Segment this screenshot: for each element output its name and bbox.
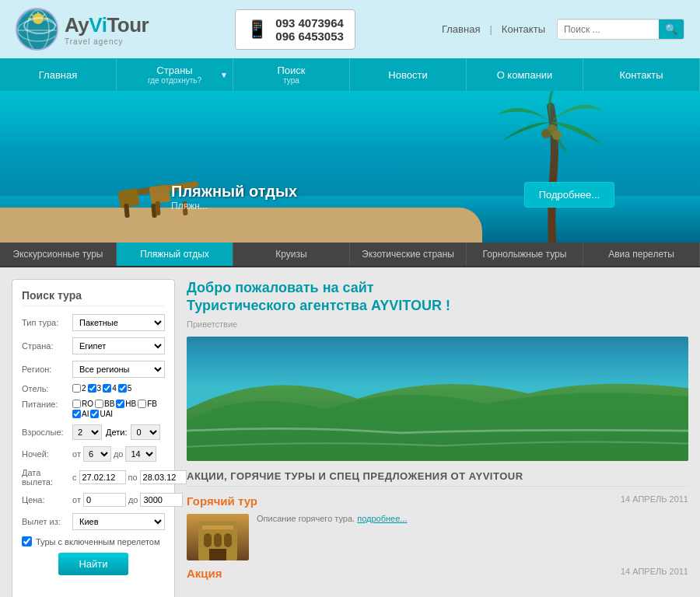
price-control: от до (72, 493, 183, 507)
sub-nav-item-exotic[interactable]: Экзотические страны (350, 243, 467, 266)
region-row: Регион: Все регионы (22, 361, 165, 378)
search-button[interactable]: 🔍 (659, 19, 684, 39)
tour-type-select[interactable]: Пакетные (72, 314, 165, 331)
phone-2: 096 6453053 (275, 30, 344, 43)
adults-label: Взрослые: (22, 428, 72, 437)
star-2-label: 2 (72, 384, 86, 393)
nav-label-home: Главная (39, 69, 77, 81)
nav-item-home[interactable]: Главная (0, 58, 117, 91)
region-select[interactable]: Все регионы (72, 361, 165, 378)
nav-label-search: Поиск (277, 65, 305, 76)
star-3-checkbox[interactable] (88, 384, 96, 393)
sub-nav-item-excursion[interactable]: Экскурсионные туры (0, 243, 117, 266)
search-panel: Поиск тура Тип тура: Пакетные Страна: Ег… (12, 279, 175, 597)
departure-to-input[interactable] (140, 470, 187, 484)
nights-from-select[interactable]: 6 (83, 446, 111, 462)
nav-item-news[interactable]: Новости (350, 58, 467, 91)
nav-item-about[interactable]: О компании (467, 58, 583, 91)
nav-label-countries: Страны (156, 65, 192, 76)
palm-tree (482, 91, 622, 243)
nights-row: Ночей: от 6 до 14 (22, 446, 165, 462)
depart-city-select[interactable]: Киев (72, 513, 165, 530)
akcia-title: Акция (187, 567, 688, 580)
home-link[interactable]: Главная (442, 23, 480, 35)
svg-point-19 (541, 129, 551, 138)
price-to-input[interactable] (140, 493, 183, 507)
price-from-input[interactable] (83, 493, 126, 507)
price-label: Цена: (22, 495, 72, 504)
search-panel-title: Поиск тура (22, 289, 165, 306)
star-4-checkbox[interactable] (103, 384, 111, 393)
svg-rect-16 (156, 201, 161, 215)
nutrition-fb-checkbox[interactable] (138, 400, 146, 408)
nutrition-ro-label: RO (72, 400, 93, 408)
nutrition-ai-label: AI (72, 410, 89, 418)
price-from-prefix: от (72, 495, 81, 504)
nutrition-uai-checkbox[interactable] (90, 410, 99, 418)
hot-tour-thumbnail (187, 514, 249, 560)
nutrition-bb-label: BB (95, 400, 114, 408)
nav-item-search[interactable]: Поиск тура (233, 58, 350, 91)
logo-text: AyViTour Travel agency (65, 13, 149, 46)
header-links: Главная | Контакты (442, 23, 545, 35)
flight-included-checkbox[interactable] (22, 536, 32, 546)
hero-more-button[interactable]: Подробнее... (524, 182, 614, 208)
nutrition-container: RO BB HB FB AI UAI (72, 400, 165, 418)
children-select[interactable]: 0 (131, 424, 160, 440)
hot-tour-more-link[interactable]: подробнее... (357, 514, 407, 523)
hero-text-box: Пляжный отдых Пляжн... (171, 183, 297, 211)
nights-control: от 6 до 14 (72, 446, 156, 462)
departure-to-prefix: по (128, 473, 138, 482)
departure-from-input[interactable] (79, 470, 126, 484)
header: AyViTour Travel agency 📱 093 4073964 096… (0, 0, 700, 58)
adults-select[interactable]: 2 (72, 424, 102, 440)
svg-rect-11 (117, 188, 139, 208)
nutrition-hb-checkbox[interactable] (116, 400, 124, 408)
contacts-link[interactable]: Контакты (502, 23, 545, 35)
tour-type-label: Тип тура: (22, 318, 72, 327)
svg-rect-15 (149, 184, 171, 204)
link-separator: | (489, 23, 492, 35)
phone-1: 093 4073964 (275, 16, 344, 30)
nights-to-select[interactable]: 14 (125, 446, 156, 462)
hotel-label: Отель: (22, 384, 72, 393)
nutrition-ro-checkbox[interactable] (72, 400, 81, 408)
star-5-label: 5 (118, 384, 132, 393)
nav-item-countries[interactable]: Страны где отдохнуть? ▼ (117, 58, 233, 91)
hot-tour-row: Описание горячего тура. подробнее... (187, 514, 688, 560)
main-content: Поиск тура Тип тура: Пакетные Страна: Ег… (0, 267, 700, 597)
svg-point-20 (552, 131, 562, 140)
svg-rect-28 (224, 533, 232, 547)
nutrition-ai-checkbox[interactable] (72, 410, 81, 418)
logo-area: AyViTour Travel agency (16, 8, 149, 51)
children-label: Дети: (106, 428, 127, 437)
welcome-title: Добро пожаловать на сайтТуристического а… (187, 279, 688, 316)
hero-banner: Пляжный отдых Пляжн... Подробнее... (0, 91, 700, 243)
country-select[interactable]: Египет (72, 337, 165, 354)
find-button[interactable]: Найти (58, 553, 128, 575)
nav-sub-countries: где отдохнуть? (148, 76, 201, 85)
star-5-checkbox[interactable] (118, 384, 127, 393)
phone-numbers: 093 4073964 096 6453053 (275, 16, 344, 43)
nutrition-fb-label: FB (138, 400, 157, 408)
search-box: 🔍 (557, 19, 684, 40)
stars-container: 2 3 4 5 (72, 384, 131, 393)
sub-nav-item-flights[interactable]: Авиа перелеты (583, 243, 700, 266)
star-2-checkbox[interactable] (72, 384, 81, 393)
hot-tour-date: 14 АПРЕЛЬ 2011 (621, 494, 688, 504)
region-label: Регион: (22, 365, 72, 374)
search-input[interactable] (558, 20, 659, 39)
star-3-label: 3 (88, 384, 102, 393)
sub-nav-item-ski[interactable]: Горнолыжные туры (467, 243, 583, 266)
nav-item-contacts[interactable]: Контакты (583, 58, 700, 91)
price-to-prefix: до (128, 495, 138, 504)
sub-nav-item-cruises[interactable]: Круизы (233, 243, 350, 266)
nutrition-bb-checkbox[interactable] (95, 400, 103, 408)
welcome-sub: Приветствие (187, 319, 688, 329)
departure-date-control: с по (72, 470, 187, 484)
sub-nav-item-beach[interactable]: Пляжный отдых (117, 243, 233, 266)
flight-included-label: Туры с включенным перелетом (36, 537, 160, 546)
hero-title: Пляжный отдых (171, 183, 297, 201)
tour-type-row: Тип тура: Пакетные (22, 314, 165, 331)
country-control: Египет (72, 337, 165, 354)
